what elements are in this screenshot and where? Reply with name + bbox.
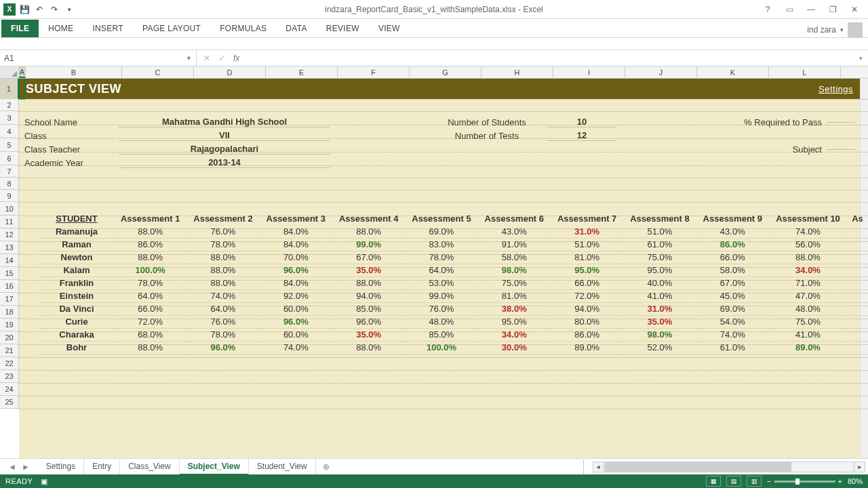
row-header-13[interactable]: 13 [0, 241, 19, 254]
score-cell: 67.0% [696, 277, 769, 289]
help-icon[interactable]: ? [758, 3, 777, 16]
table-header: Assessment 6 [478, 211, 551, 225]
ribbon-tab-home[interactable]: HOME [39, 20, 83, 37]
row-header-5[interactable]: 5 [0, 138, 19, 152]
minimize-icon[interactable]: ― [802, 3, 821, 16]
redo-icon[interactable]: ↷ [47, 3, 61, 16]
score-cell [847, 328, 868, 341]
zoom-level[interactable]: 80% [848, 477, 863, 485]
hscroll-right-button[interactable]: ► [854, 462, 865, 472]
fx-icon[interactable]: fx [233, 54, 239, 63]
normal-view-icon[interactable]: ▦ [706, 476, 721, 487]
row-header-11[interactable]: 11 [0, 216, 19, 228]
column-header-C[interactable]: C [122, 66, 194, 78]
formula-expand-icon[interactable]: ▾ [854, 55, 868, 62]
macro-record-icon[interactable]: ▣ [41, 477, 47, 486]
row-header-10[interactable]: 10 [0, 202, 19, 216]
ribbon-tab-review[interactable]: REVIEW [317, 20, 369, 37]
select-all-button[interactable] [0, 66, 19, 78]
row-header-4[interactable]: 4 [0, 125, 19, 138]
hscroll-left-button[interactable]: ◄ [593, 462, 604, 472]
row-header-6[interactable]: 6 [0, 152, 19, 165]
ribbon-options-icon[interactable]: ▭ [780, 3, 799, 16]
row-header-16[interactable]: 16 [0, 280, 19, 293]
column-header-D[interactable]: D [194, 66, 266, 78]
row-header-14[interactable]: 14 [0, 254, 19, 267]
column-header-E[interactable]: E [266, 66, 338, 78]
zoom-slider[interactable]: − + [767, 477, 842, 485]
user-dropdown-icon[interactable]: ▾ [840, 26, 844, 33]
column-header-J[interactable]: J [625, 66, 697, 78]
ribbon-tab-data[interactable]: DATA [276, 20, 316, 37]
page-break-view-icon[interactable]: ▥ [747, 476, 762, 487]
hscroll-track[interactable] [604, 462, 854, 472]
sheet-tab-settings[interactable]: Settings [38, 459, 84, 475]
name-box-dropdown-icon[interactable]: ▼ [186, 55, 192, 62]
column-header-K[interactable]: K [697, 66, 769, 78]
sheet-tab-subject_view[interactable]: Subject_View [180, 459, 249, 475]
cancel-formula-icon[interactable]: ✕ [203, 54, 210, 63]
column-header-H[interactable]: H [481, 66, 553, 78]
row-header-18[interactable]: 18 [0, 306, 19, 319]
row-header-25[interactable]: 25 [0, 396, 19, 409]
score-cell: 41.0% [623, 289, 696, 302]
tab-nav-next-icon[interactable]: ► [20, 462, 31, 472]
column-header-A[interactable]: A [19, 66, 26, 78]
row-header-21[interactable]: 21 [0, 344, 19, 357]
save-icon[interactable]: 💾 [18, 3, 31, 16]
column-header-G[interactable]: G [410, 66, 481, 78]
file-tab[interactable]: FILE [1, 20, 39, 37]
tab-nav-prev-icon[interactable]: ◄ [7, 462, 18, 472]
user-name[interactable]: ind zara [807, 25, 836, 35]
hscroll-divider[interactable] [583, 460, 587, 474]
close-icon[interactable]: ✕ [845, 3, 864, 16]
row-header-17[interactable]: 17 [0, 293, 19, 306]
page-layout-view-icon[interactable]: ▤ [726, 476, 741, 487]
excel-icon[interactable]: X [3, 3, 16, 16]
row-header-7[interactable]: 7 [0, 165, 19, 178]
hscroll-thumb[interactable] [605, 462, 791, 472]
score-cell: 86.0% [551, 328, 623, 341]
ribbon-tabs: FILE HOME INSERT PAGE LAYOUT FORMULAS DA… [0, 19, 868, 38]
row-header-22[interactable]: 22 [0, 357, 19, 370]
qat-dropdown-icon[interactable]: ▾ [62, 3, 76, 16]
score-cell: 100.0% [114, 264, 186, 277]
score-cell [847, 341, 868, 354]
settings-link[interactable]: Settings [818, 84, 853, 94]
name-box[interactable]: A1 ▼ [0, 50, 197, 66]
column-header-I[interactable]: I [553, 66, 625, 78]
add-sheet-button[interactable]: ⊕ [316, 462, 336, 472]
column-header-B[interactable]: B [26, 66, 122, 78]
column-header-F[interactable]: F [338, 66, 410, 78]
enter-formula-icon[interactable]: ✓ [218, 54, 225, 63]
ribbon-tab-pagelayout[interactable]: PAGE LAYOUT [133, 20, 210, 37]
maximize-icon[interactable]: ❐ [823, 3, 842, 16]
row-header-9[interactable]: 9 [0, 190, 19, 202]
row-header-3[interactable]: 3 [0, 111, 19, 125]
avatar[interactable] [848, 22, 863, 37]
table-row: Da Vinci66.0%64.0%60.0%85.0%76.0%38.0%94… [39, 302, 868, 315]
row-header-23[interactable]: 23 [0, 370, 19, 383]
row-header-8[interactable]: 8 [0, 178, 19, 190]
column-header-L[interactable]: L [769, 66, 841, 78]
row-header-2[interactable]: 2 [0, 99, 19, 111]
sheet-tab-entry[interactable]: Entry [84, 459, 120, 475]
sheet-tab-class_view[interactable]: Class_View [120, 459, 179, 475]
row-header-19[interactable]: 19 [0, 319, 19, 331]
row-header-1[interactable]: 1 [0, 79, 19, 99]
undo-icon[interactable]: ↶ [33, 3, 46, 16]
zoom-in-icon[interactable]: + [838, 477, 842, 485]
row-header-12[interactable]: 12 [0, 228, 19, 241]
ribbon-tab-insert[interactable]: INSERT [83, 20, 133, 37]
student-name: Charaka [39, 328, 114, 341]
row-header-20[interactable]: 20 [0, 331, 19, 344]
sheet-tab-student_view[interactable]: Student_View [249, 459, 316, 475]
ribbon-tab-view[interactable]: VIEW [369, 20, 410, 37]
cells-canvas[interactable]: SUBJECT VIEW Settings School NameMahatma… [19, 79, 868, 458]
row-header-15[interactable]: 15 [0, 267, 19, 280]
row-header-24[interactable]: 24 [0, 383, 19, 396]
ribbon-right: ind zara ▾ [807, 22, 868, 37]
ribbon-tab-formulas[interactable]: FORMULAS [210, 20, 276, 37]
score-cell: 41.0% [769, 328, 847, 341]
zoom-out-icon[interactable]: − [767, 477, 771, 485]
